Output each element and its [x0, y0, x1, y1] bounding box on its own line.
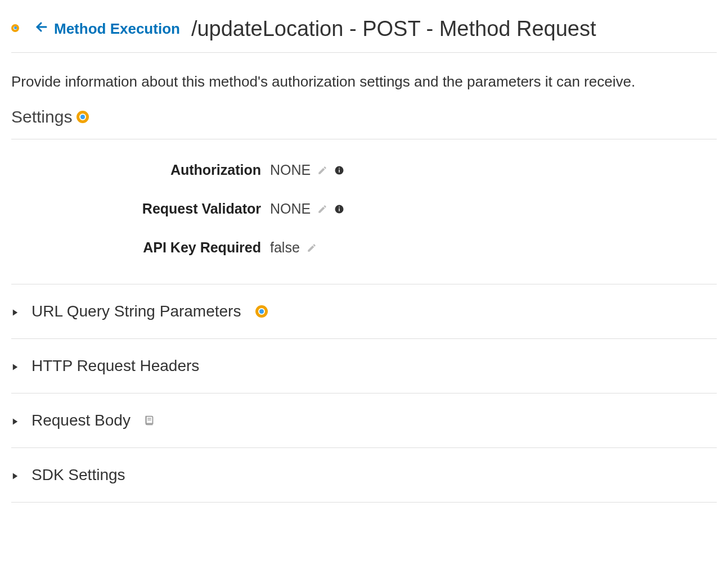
setting-row-request-validator: Request Validator NONE — [11, 189, 717, 228]
setting-label: Request Validator — [11, 201, 270, 217]
settings-section-title: Settings — [11, 107, 72, 126]
setting-value-text: NONE — [270, 201, 311, 217]
badge-dot-icon — [255, 305, 268, 318]
badge-dot-icon — [11, 24, 19, 32]
collapsible-request-body[interactable]: Request Body — [11, 393, 717, 448]
collapsible-title: URL Query String Parameters — [32, 302, 241, 320]
arrow-left-icon — [35, 20, 48, 38]
svg-marker-12 — [13, 473, 17, 479]
settings-section-header: Settings — [11, 104, 717, 139]
pencil-icon[interactable] — [317, 165, 327, 175]
chevron-right-icon — [11, 302, 19, 320]
collapsible-http-request-headers[interactable]: HTTP Request Headers — [11, 339, 717, 393]
page-title: /updateLocation - POST - Method Request — [191, 17, 596, 41]
setting-value: NONE — [270, 201, 344, 217]
collapsible-sdk-settings[interactable]: SDK Settings — [11, 448, 717, 503]
back-link-label: Method Execution — [54, 20, 180, 38]
svg-rect-5 — [339, 208, 340, 211]
setting-label: API Key Required — [11, 239, 270, 256]
setting-value: NONE — [270, 162, 344, 178]
svg-rect-6 — [339, 206, 340, 207]
chevron-right-icon — [11, 411, 19, 429]
setting-value-text: false — [270, 239, 300, 256]
collapsible-title: SDK Settings — [32, 466, 125, 484]
collapsible-title: HTTP Request Headers — [32, 357, 199, 375]
svg-marker-8 — [13, 364, 17, 370]
setting-label: Authorization — [11, 162, 270, 178]
title-bar: Method Execution /updateLocation - POST … — [11, 0, 717, 53]
settings-body: Authorization NONE Request Validator NON… — [11, 139, 717, 284]
setting-value: false — [270, 239, 317, 256]
pencil-icon[interactable] — [307, 243, 317, 253]
svg-marker-7 — [13, 309, 17, 315]
badge-dot-icon — [77, 111, 89, 123]
back-to-method-execution-link[interactable]: Method Execution — [35, 20, 180, 38]
setting-row-api-key-required: API Key Required false — [11, 228, 717, 267]
chevron-right-icon — [11, 466, 19, 484]
svg-rect-2 — [339, 169, 340, 172]
collapsible-url-query-string-parameters[interactable]: URL Query String Parameters — [11, 284, 717, 339]
book-icon — [143, 414, 155, 427]
page-description: Provide information about this method's … — [11, 53, 717, 104]
svg-marker-9 — [13, 418, 17, 424]
info-icon[interactable] — [334, 165, 344, 175]
setting-value-text: NONE — [270, 162, 311, 178]
chevron-right-icon — [11, 357, 19, 375]
info-icon[interactable] — [334, 204, 344, 214]
collapsible-title: Request Body — [32, 411, 131, 429]
svg-rect-3 — [339, 168, 340, 169]
pencil-icon[interactable] — [317, 204, 327, 214]
setting-row-authorization: Authorization NONE — [11, 151, 717, 189]
